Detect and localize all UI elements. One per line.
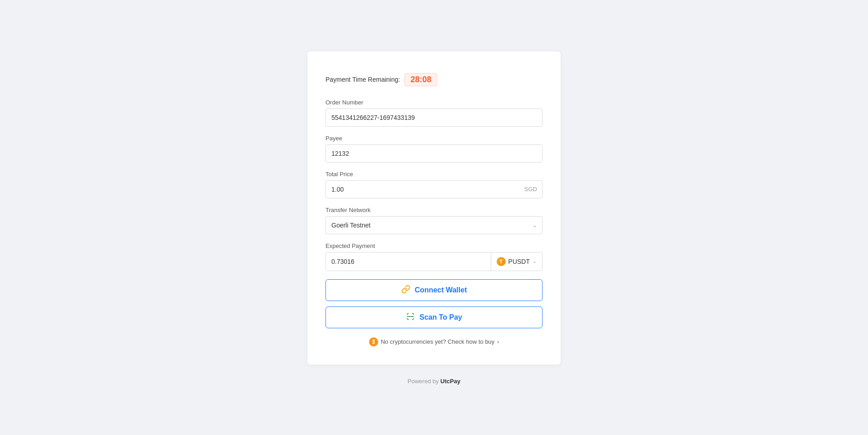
expected-amount-input[interactable] bbox=[326, 252, 491, 271]
expected-payment-group: Expected Payment T PUSDT ⌄ bbox=[326, 242, 542, 271]
crypto-link[interactable]: ₿ No cryptocurrencies yet? Check how to … bbox=[326, 337, 542, 346]
total-price-input[interactable] bbox=[326, 180, 542, 198]
transfer-network-select-wrapper: Goerli Testnet ⌄ bbox=[326, 216, 542, 234]
crypto-link-arrow-icon: › bbox=[497, 339, 499, 345]
payee-input[interactable] bbox=[326, 144, 542, 163]
pusdt-icon: T bbox=[497, 257, 506, 266]
payee-group: Payee bbox=[326, 135, 542, 163]
timer-label: Payment Time Remaining: bbox=[326, 76, 400, 83]
transfer-network-label: Transfer Network bbox=[326, 207, 542, 213]
total-price-group: Total Price SGD bbox=[326, 171, 542, 198]
link-icon bbox=[401, 285, 410, 296]
page-wrapper: Payment Time Remaining: 28:08 Order Numb… bbox=[0, 51, 868, 385]
order-number-label: Order Number bbox=[326, 99, 542, 106]
connect-wallet-button[interactable]: Connect Wallet bbox=[326, 279, 542, 301]
timer-value: 28:08 bbox=[404, 73, 437, 86]
scan-to-pay-label: Scan To Pay bbox=[419, 313, 462, 321]
transfer-network-group: Transfer Network Goerli Testnet ⌄ bbox=[326, 207, 542, 234]
scan-to-pay-button[interactable]: Scan To Pay bbox=[326, 306, 542, 328]
order-number-input[interactable] bbox=[326, 109, 542, 127]
bitcoin-icon: ₿ bbox=[369, 337, 378, 346]
payee-label: Payee bbox=[326, 135, 542, 142]
transfer-network-select[interactable]: Goerli Testnet bbox=[326, 216, 542, 234]
order-number-group: Order Number bbox=[326, 99, 542, 127]
expected-payment-label: Expected Payment bbox=[326, 242, 542, 249]
currency-chevron-icon: ⌄ bbox=[533, 258, 537, 264]
footer-brand: UtcPay bbox=[440, 378, 460, 385]
footer-prefix: Powered by bbox=[408, 378, 440, 385]
currency-label: PUSDT bbox=[508, 258, 530, 265]
currency-selector[interactable]: T PUSDT ⌄ bbox=[491, 252, 542, 271]
expected-payment-row: T PUSDT ⌄ bbox=[326, 252, 542, 271]
footer: Powered by UtcPay bbox=[408, 378, 460, 385]
connect-wallet-label: Connect Wallet bbox=[415, 286, 467, 294]
total-price-input-wrapper: SGD bbox=[326, 180, 542, 198]
total-price-label: Total Price bbox=[326, 171, 542, 178]
scan-icon bbox=[406, 312, 415, 323]
timer-row: Payment Time Remaining: 28:08 bbox=[326, 73, 542, 86]
payment-card: Payment Time Remaining: 28:08 Order Numb… bbox=[307, 51, 561, 365]
crypto-link-text: No cryptocurrencies yet? Check how to bu… bbox=[381, 338, 495, 345]
